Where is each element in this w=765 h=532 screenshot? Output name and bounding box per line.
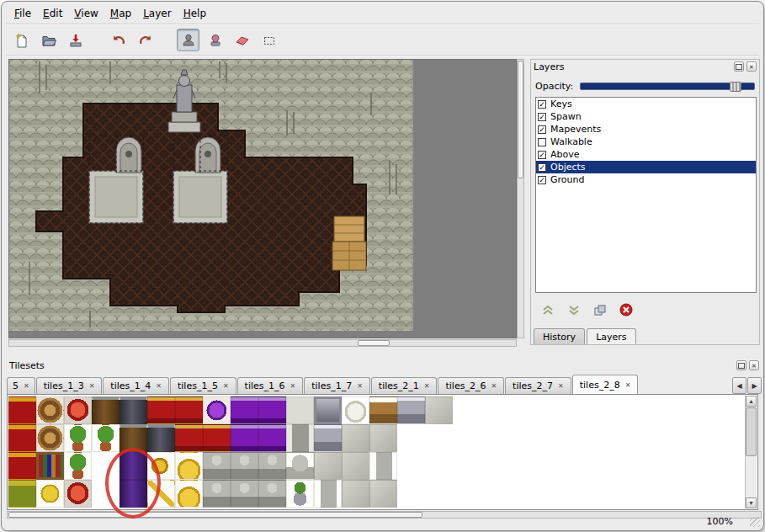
tileset-tile[interactable] <box>203 396 231 424</box>
tileset-tile[interactable] <box>342 424 369 452</box>
fill-tool-button[interactable] <box>204 29 226 51</box>
tileset-tile[interactable] <box>175 452 203 480</box>
tileset-tile[interactable] <box>369 480 397 508</box>
tileset-tile[interactable] <box>369 452 397 480</box>
tileset-tile[interactable] <box>8 480 36 508</box>
tileset-tile[interactable] <box>425 396 453 424</box>
tileset-tile[interactable] <box>286 480 314 508</box>
scroll-down-icon[interactable] <box>746 497 757 508</box>
menu-item[interactable]: Edit <box>37 6 68 23</box>
map-horizontal-scrollbar[interactable] <box>8 339 517 347</box>
tileset-tile[interactable] <box>120 424 147 452</box>
open-button[interactable] <box>37 29 60 51</box>
scroll-right-icon[interactable] <box>747 377 762 394</box>
tileset-tile[interactable] <box>425 424 453 452</box>
redo-button[interactable] <box>134 29 157 51</box>
delete-layer-button[interactable] <box>616 301 636 318</box>
layer-checkbox[interactable] <box>538 113 546 121</box>
tileset-tile[interactable] <box>64 424 92 452</box>
scrollbar-thumb[interactable] <box>518 61 523 178</box>
tileset-tile[interactable] <box>36 396 64 424</box>
tileset-tile[interactable] <box>92 424 120 452</box>
tileset-tile[interactable] <box>286 452 314 480</box>
undo-button[interactable] <box>107 29 130 51</box>
tileset-tile[interactable] <box>120 396 147 424</box>
tileset-tile[interactable] <box>258 452 286 480</box>
opacity-slider[interactable] <box>580 82 755 90</box>
tileset-tile[interactable] <box>314 424 342 452</box>
tileset-tile[interactable] <box>92 396 120 424</box>
tileset-tab[interactable]: tiles_1_7 <box>304 377 370 394</box>
tileset-tile[interactable] <box>36 424 64 452</box>
tileset-tile[interactable] <box>36 480 64 508</box>
layer-row[interactable]: Keys <box>536 98 756 110</box>
tileset-tile[interactable] <box>175 424 203 452</box>
stamp-tool-button[interactable] <box>177 29 199 51</box>
tab-close-icon[interactable] <box>625 381 631 389</box>
lower-layer-button[interactable] <box>564 301 584 318</box>
tileset-tile[interactable] <box>342 452 369 480</box>
new-file-button[interactable] <box>10 29 33 51</box>
tileset-tab[interactable]: tiles_2_6 <box>438 377 504 394</box>
tileset-tile[interactable] <box>342 480 369 508</box>
tileset-tab[interactable]: 5 <box>7 377 35 394</box>
tileset-tile[interactable] <box>258 480 286 508</box>
tileset-tile[interactable] <box>8 452 36 480</box>
tileset-tile[interactable] <box>92 452 120 480</box>
tileset-tile[interactable] <box>147 424 175 452</box>
tileset-tile[interactable] <box>175 396 203 424</box>
tileset-tile[interactable] <box>203 424 231 452</box>
tab-close-icon[interactable] <box>558 382 564 390</box>
tileset-tab[interactable]: tiles_2_7 <box>505 377 571 394</box>
tileset-tile[interactable] <box>203 480 231 508</box>
tileset-tile[interactable] <box>147 480 175 508</box>
tab-close-icon[interactable] <box>357 382 363 390</box>
tab-close-icon[interactable] <box>89 382 95 390</box>
tileset-tile[interactable] <box>342 396 369 424</box>
resize-grip[interactable] <box>750 517 760 527</box>
menu-item[interactable]: File <box>8 6 37 23</box>
tileset-tab[interactable]: tiles_1_4 <box>103 377 169 394</box>
layer-row[interactable]: Objects <box>536 161 756 173</box>
float-icon[interactable] <box>734 61 744 72</box>
eraser-tool-button[interactable] <box>231 29 253 51</box>
scroll-left-icon[interactable] <box>732 377 746 394</box>
tileset-tile[interactable] <box>314 396 342 424</box>
layer-checkbox[interactable] <box>538 151 546 159</box>
tileset-tile[interactable] <box>64 480 92 508</box>
tileset-tile[interactable] <box>203 452 231 480</box>
raise-layer-button[interactable] <box>538 301 558 318</box>
tileset-tile[interactable] <box>8 424 36 452</box>
map-viewport[interactable] <box>8 59 517 338</box>
tileset-tile[interactable] <box>231 480 258 508</box>
dock-tab[interactable]: History <box>534 328 585 344</box>
tileset-tile[interactable] <box>369 396 397 424</box>
layer-checkbox[interactable] <box>538 163 546 172</box>
layer-checkbox[interactable] <box>538 125 546 134</box>
tileset-tile[interactable] <box>397 396 425 424</box>
tileset-horizontal-scrollbar[interactable] <box>7 511 762 519</box>
close-icon[interactable] <box>746 61 757 72</box>
tileset-tab[interactable]: tiles_1_3 <box>36 377 103 394</box>
tab-close-icon[interactable] <box>290 382 296 390</box>
layer-checkbox[interactable] <box>538 100 546 109</box>
tileset-tab[interactable]: tiles_1_5 <box>170 377 236 394</box>
menu-item[interactable]: Layer <box>137 6 177 23</box>
tileset-tile[interactable] <box>425 480 453 508</box>
tileset-tile[interactable] <box>64 452 92 480</box>
layer-row[interactable]: Mapevents <box>536 123 756 136</box>
tileset-tile[interactable] <box>258 396 286 424</box>
save-button[interactable] <box>64 29 87 51</box>
opacity-slider-handle[interactable] <box>730 82 741 92</box>
tileset-tab[interactable]: tiles_2_1 <box>371 377 438 394</box>
tileset-tile[interactable] <box>147 452 175 480</box>
dock-tab[interactable]: Layers <box>587 328 635 344</box>
map-canvas[interactable] <box>9 60 516 338</box>
float-icon[interactable] <box>736 360 746 370</box>
select-tool-button[interactable] <box>258 29 280 51</box>
tileset-tile[interactable] <box>231 396 258 424</box>
duplicate-layer-button[interactable] <box>590 301 610 318</box>
tileset-tile[interactable] <box>92 480 120 508</box>
layer-row[interactable]: Walkable <box>536 136 756 148</box>
layer-row[interactable]: Spawn <box>536 110 756 123</box>
